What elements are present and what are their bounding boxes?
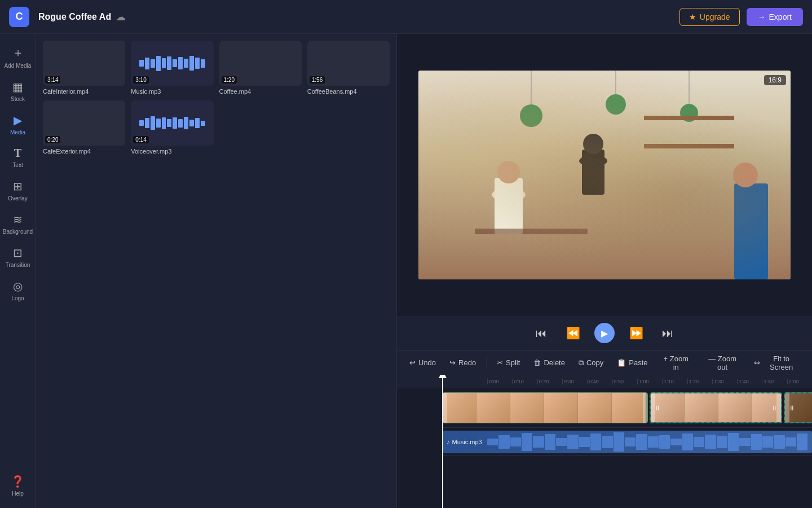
- media-panel: 3:14 CafeInterior.mp4: [36, 34, 397, 508]
- paste-button[interactable]: 📋 Paste: [611, 356, 653, 370]
- paste-icon: 📋: [617, 358, 626, 367]
- right-column: 16:9 ⏮ ⏪ ▶ ⏩ ⏭: [397, 34, 812, 508]
- playhead[interactable]: [442, 375, 443, 508]
- media-item-coffee[interactable]: 1:20 Coffee.mp4: [219, 41, 302, 95]
- sidebar-label-background: Background: [3, 229, 33, 235]
- ruler-mark: 2:00: [787, 379, 812, 384]
- rewind-button[interactable]: ⏪: [563, 323, 583, 343]
- redo-button[interactable]: ↪ Redo: [444, 356, 482, 370]
- skip-to-end-button[interactable]: ⏭: [657, 323, 678, 343]
- sidebar-item-stock[interactable]: ▦ Stock: [2, 76, 34, 107]
- clip-handle-right[interactable]: [643, 393, 647, 423]
- media-filename: Voiceover.mp3: [131, 148, 213, 155]
- clip-frame: [685, 393, 718, 422]
- audio-waveform-voiceover: [139, 115, 205, 132]
- media-filename: Music.mp3: [131, 88, 213, 95]
- clip-frame: [510, 393, 544, 423]
- upgrade-button[interactable]: ★ Upgrade: [679, 8, 740, 26]
- clip-handle-left[interactable]: [443, 393, 447, 423]
- clip-frame: [718, 393, 752, 422]
- duration-badge: 3:10: [133, 76, 148, 84]
- video-clip-coffee[interactable]: ⏸ ✋ ⏸: [784, 392, 812, 423]
- ruler-mark: 0:10: [512, 379, 537, 384]
- clip-handle-left[interactable]: [651, 393, 655, 422]
- play-button[interactable]: ▶: [594, 323, 615, 343]
- svg-point-13: [492, 188, 526, 202]
- zoom-in-button[interactable]: + Zoom in: [656, 352, 696, 374]
- copy-button[interactable]: ⧉ Copy: [573, 356, 609, 370]
- rewind-icon: ⏪: [566, 326, 580, 340]
- sidebar-item-overlay[interactable]: ⊞ Overlay: [2, 175, 34, 206]
- timeline-section: ↩ Undo ↪ Redo ✂ Split 🗑 Delete ⧉: [397, 350, 812, 508]
- zoom-out-button[interactable]: — Zoom out: [699, 352, 746, 374]
- main-content: ＋ Add Media ▦ Stock ▶ Media T Text ⊞ Ove…: [0, 34, 812, 508]
- project-title: Rogue Coffee Ad: [38, 12, 111, 22]
- ruler-mark: 0:20: [537, 379, 562, 384]
- skip-end-icon: ⏭: [662, 327, 673, 340]
- background-icon: ≋: [13, 213, 23, 226]
- preview-area: 16:9 ⏮ ⏪ ▶ ⏩ ⏭: [397, 34, 812, 350]
- sidebar-item-background[interactable]: ≋ Background: [2, 208, 34, 239]
- music-note-icon: ♪: [447, 439, 450, 445]
- sidebar-item-text[interactable]: T Text: [2, 142, 34, 173]
- export-arrow-icon: →: [758, 12, 766, 21]
- clip-frame: [612, 393, 646, 423]
- ruler-mark: 0:30: [562, 379, 587, 384]
- sidebar-item-media[interactable]: ▶ Media: [2, 109, 34, 140]
- clip-handle-right[interactable]: [776, 393, 781, 422]
- fit-icon: ⇔: [754, 358, 760, 367]
- preview-scene-svg: [418, 71, 791, 279]
- media-item-coffee-beans[interactable]: 1:56 CoffeeBeans.mp4: [307, 41, 390, 95]
- svg-point-2: [520, 104, 542, 127]
- delete-icon: 🗑: [533, 358, 541, 367]
- ruler-mark: 1:30: [712, 379, 737, 384]
- svg-rect-1: [418, 71, 791, 279]
- delete-button[interactable]: 🗑 Delete: [528, 356, 571, 370]
- video-content: [418, 71, 791, 279]
- sidebar-item-help[interactable]: ❓ Help: [2, 470, 34, 501]
- export-button[interactable]: → Export: [747, 8, 803, 26]
- undo-button[interactable]: ↩ Undo: [404, 356, 442, 370]
- audio-clip-music[interactable]: ♪ Music.mp3: [442, 431, 812, 453]
- sidebar-label-text: Text: [12, 162, 23, 168]
- timeline-tracks: ⏸ ⏸ ⏸ ✋: [397, 388, 812, 456]
- stock-icon: ▦: [12, 80, 23, 94]
- media-icon: ▶: [14, 113, 22, 127]
- skip-start-icon: ⏮: [536, 327, 547, 340]
- svg-rect-17: [734, 183, 768, 279]
- media-item-music[interactable]: 3:10 Music.mp3: [131, 41, 213, 95]
- sidebar-label-media: Media: [10, 129, 25, 135]
- text-icon: T: [14, 147, 21, 160]
- sidebar-item-add-media[interactable]: ＋ Add Media: [2, 41, 34, 73]
- logo-icon: ◎: [13, 279, 23, 293]
- cloud-sync-icon[interactable]: ☁: [116, 11, 126, 23]
- clip-handle-left[interactable]: [785, 393, 789, 422]
- media-item-cafe-exterior[interactable]: 0:20 CafeExterior.mp4: [43, 100, 125, 155]
- video-track: ⏸ ⏸ ⏸ ✋: [442, 388, 812, 428]
- playback-controls: ⏮ ⏪ ▶ ⏩ ⏭: [397, 316, 812, 350]
- star-icon: ★: [689, 12, 696, 21]
- ruler-marks: 0:00 0:10 0:20 0:30 0:40 0:50 1:00 1:10 …: [487, 379, 812, 384]
- sidebar-item-logo[interactable]: ◎ Logo: [2, 275, 34, 306]
- ruler-mark: 0:50: [612, 379, 637, 384]
- fast-forward-button[interactable]: ⏩: [626, 323, 646, 343]
- sidebar-label-logo: Logo: [11, 295, 24, 301]
- fit-to-screen-button[interactable]: ⇔ Fit to Screen: [748, 352, 805, 374]
- video-clip-exterior[interactable]: ⏸ ⏸: [650, 392, 782, 423]
- ruler-mark: 1:00: [637, 379, 662, 384]
- svg-point-12: [583, 134, 603, 154]
- skip-to-start-button[interactable]: ⏮: [531, 323, 551, 343]
- app-logo: C: [9, 7, 29, 27]
- duration-badge: 0:14: [133, 136, 148, 143]
- sidebar-item-transition[interactable]: ⊡ Transition: [2, 242, 34, 273]
- media-item-cafe-interior[interactable]: 3:14 CafeInterior.mp4: [43, 41, 125, 95]
- video-clip-main[interactable]: [442, 392, 648, 423]
- clip-frames: [443, 393, 647, 423]
- clip-frame: [578, 393, 612, 423]
- media-item-voiceover[interactable]: 0:14 Voiceover.mp3: [131, 100, 213, 155]
- media-filename: CafeExterior.mp4: [43, 148, 125, 155]
- clip-frames: [651, 393, 781, 422]
- copy-icon: ⧉: [579, 358, 584, 367]
- clip-frame: [476, 393, 510, 423]
- split-button[interactable]: ✂ Split: [491, 356, 526, 370]
